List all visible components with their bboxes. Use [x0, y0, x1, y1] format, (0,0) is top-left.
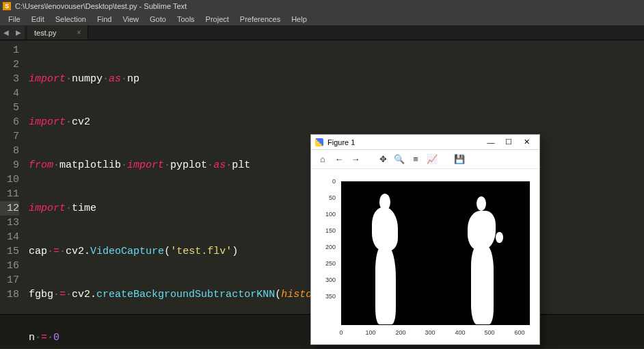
tab-close-icon[interactable]: ×	[77, 29, 81, 36]
line-number: 15	[0, 244, 19, 259]
matplotlib-icon	[315, 138, 323, 146]
save-icon[interactable]: 💾	[452, 152, 467, 167]
menu-tools[interactable]: Tools	[172, 14, 200, 25]
y-tick: 200	[311, 244, 338, 250]
subplots-icon[interactable]: ≡	[408, 152, 423, 167]
nav-back-icon[interactable]: ◀	[0, 25, 12, 40]
x-tick: 0	[339, 329, 343, 336]
line-gutter: 1 2 3 4 5 6 7 8 9 10 11 12 13 14 15 16 1…	[0, 40, 25, 314]
x-tick: 500	[484, 329, 494, 336]
tab-bar: ◀ ▶ test.py ×	[0, 25, 644, 40]
y-tick: 150	[311, 227, 338, 234]
line-number: 13	[0, 216, 19, 230]
line-number: 1	[0, 43, 19, 57]
menu-goto[interactable]: Goto	[144, 14, 172, 25]
maximize-icon[interactable]: ☐	[500, 138, 518, 146]
x-tick: 300	[425, 329, 435, 336]
y-tick: 0	[311, 178, 338, 185]
back-icon[interactable]: ←	[332, 152, 347, 167]
tab-test-py[interactable]: test.py ×	[27, 25, 88, 40]
window-titlebar: S C:\Users\lenovouser\Desktop\test.py - …	[0, 0, 644, 12]
figure-toolbar: ⌂ ← → ✥ 🔍 ≡ 📈 💾	[311, 150, 539, 169]
menu-preferences[interactable]: Preferences	[234, 14, 286, 25]
menu-selection[interactable]: Selection	[50, 14, 92, 25]
axes-icon[interactable]: 📈	[425, 152, 440, 167]
app-icon: S	[3, 2, 11, 10]
menu-help[interactable]: Help	[286, 14, 312, 25]
y-tick: 350	[311, 293, 338, 300]
line-number: 6	[0, 115, 19, 129]
line-number: 17	[0, 273, 19, 287]
line-number: 2	[0, 57, 19, 72]
zoom-icon[interactable]: 🔍	[392, 152, 407, 167]
line-number: 18	[0, 287, 19, 302]
line-number: 12	[0, 201, 19, 216]
y-tick: 250	[311, 260, 338, 267]
line-number: 10	[0, 172, 19, 187]
y-tick: 100	[311, 211, 338, 218]
line-number: 16	[0, 259, 19, 273]
window-title: C:\Users\lenovouser\Desktop\test.py - Su…	[15, 2, 187, 10]
figure-title: Figure 1	[327, 138, 355, 146]
x-tick: 200	[395, 329, 405, 336]
menu-bar: File Edit Selection Find View Goto Tools…	[0, 12, 644, 25]
close-icon[interactable]: ✕	[518, 138, 535, 146]
menu-file[interactable]: File	[3, 14, 26, 25]
plot-image	[341, 181, 530, 325]
y-tick: 50	[311, 194, 338, 201]
line-number: 14	[0, 230, 19, 244]
tab-label: test.py	[34, 29, 56, 37]
menu-project[interactable]: Project	[200, 14, 234, 25]
x-tick: 600	[514, 329, 524, 336]
line-number: 4	[0, 86, 19, 101]
figure-titlebar[interactable]: Figure 1 — ☐ ✕	[311, 135, 539, 150]
line-number: 11	[0, 187, 19, 201]
line-number: 7	[0, 129, 19, 144]
menu-view[interactable]: View	[117, 14, 144, 25]
home-icon[interactable]: ⌂	[315, 152, 330, 167]
x-tick: 100	[365, 329, 375, 336]
line-number: 8	[0, 144, 19, 158]
line-number: 9	[0, 158, 19, 172]
nav-fwd-icon[interactable]: ▶	[12, 25, 25, 40]
menu-edit[interactable]: Edit	[26, 14, 50, 25]
line-number: 5	[0, 101, 19, 115]
figure-canvas[interactable]: 0 50 100 150 200 250 300 350 0 100 200 3…	[311, 169, 539, 344]
menu-find[interactable]: Find	[92, 14, 117, 25]
x-tick: 400	[455, 329, 465, 336]
matplotlib-figure-window[interactable]: Figure 1 — ☐ ✕ ⌂ ← → ✥ 🔍 ≡ 📈 💾 0 50 100 …	[310, 134, 540, 345]
line-number: 3	[0, 72, 19, 86]
y-tick: 300	[311, 276, 338, 283]
minimize-icon[interactable]: —	[482, 138, 500, 146]
pan-icon[interactable]: ✥	[375, 152, 390, 167]
forward-icon[interactable]: →	[348, 152, 363, 167]
